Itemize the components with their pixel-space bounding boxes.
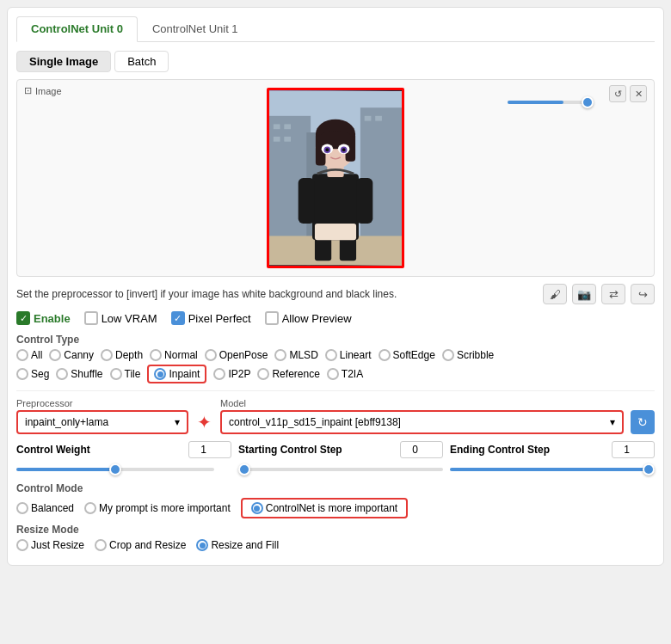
model-arrow-icon: ▾ [610,416,615,428]
pixel-perfect-checkbox[interactable]: ✓ Pixel Perfect [171,311,251,325]
checkbox-row: ✓ Enable Low VRAM ✓ Pixel Perfect Allow … [16,311,655,325]
radio-reference-label: Reference [272,368,319,380]
tab-unit-0[interactable]: ControlNet Unit 0 [16,16,138,42]
info-text-content: Set the preprocessor to [invert] if your… [16,288,397,300]
image-upload-area[interactable]: Image ↺ ✕ [16,79,655,277]
control-type-label: Control Type [16,334,655,346]
starting-step-input[interactable] [400,441,443,458]
svg-rect-7 [284,137,291,142]
low-vram-check-icon [84,311,98,325]
control-type-softedge[interactable]: SoftEdge [379,349,435,361]
swap-icon[interactable]: ⇄ [601,284,625,304]
control-weight-slider[interactable] [16,468,214,471]
control-type-reference[interactable]: Reference [257,368,319,380]
radio-depth-label: Depth [115,349,143,361]
preprocessor-label: Preprocessor [16,398,188,408]
resize-mode-options: Just ResizeCrop and ResizeResize and Fil… [16,539,655,551]
allow-preview-checkbox[interactable]: Allow Preview [265,311,352,325]
ending-step-slider[interactable] [450,468,655,471]
control-mode-balanced[interactable]: Balanced [16,502,74,514]
radio-icon [95,539,107,551]
tab-single-image[interactable]: Single Image [16,51,111,72]
info-row: Set the preprocessor to [invert] if your… [16,284,655,304]
brush-icon[interactable]: 🖌 [543,284,567,304]
control-type-depth[interactable]: Depth [101,349,143,361]
radio-inpaint-icon [154,368,166,380]
radio-icon [251,502,263,514]
control-type-tile[interactable]: Tile [110,368,141,380]
camera-icon[interactable]: 📷 [572,284,596,304]
radio-mlsd-label: MLSD [289,349,317,361]
control-type-canny[interactable]: Canny [49,349,94,361]
fire-icon[interactable]: ✦ [197,412,212,432]
svg-rect-4 [274,124,280,129]
enable-label: Enable [34,312,71,325]
radio-tile-label: Tile [125,368,141,380]
control-type-inpaint[interactable]: Inpaint [147,365,206,383]
model-value: control_v11p_sd15_inpaint [ebff9138] [229,416,401,428]
radio-seg-label: Seg [31,368,49,380]
radio-icon [16,539,28,551]
control-mode-controlnet-is-more-important[interactable]: ControlNet is more important [241,498,408,518]
control-weight-input[interactable] [188,441,231,458]
radio-ip2p-label: IP2P [228,368,250,380]
control-type-mlsd[interactable]: MLSD [274,349,317,361]
svg-point-28 [342,148,346,151]
radio-canny-icon [49,349,61,361]
model-select[interactable]: control_v11p_sd15_inpaint [ebff9138] ▾ [220,410,624,434]
control-type-openpose[interactable]: OpenPose [205,349,268,361]
tab-batch[interactable]: Batch [114,51,169,72]
mode-tabs: Single Image Batch [16,51,655,72]
starting-step-label: Starting Control Step [238,444,342,456]
radio-icon [84,502,96,514]
ending-step-input[interactable] [612,441,655,458]
preprocessor-value: inpaint_only+lama [25,416,108,428]
starting-step-slider[interactable] [238,468,443,471]
svg-rect-9 [375,116,382,121]
svg-rect-16 [356,178,372,224]
radio-label: Balanced [31,502,74,514]
resize-mode-just-resize[interactable]: Just Resize [16,539,84,551]
close-icon[interactable]: ✕ [630,85,647,102]
reset-icon[interactable]: ↺ [609,85,626,102]
svg-point-27 [325,148,329,151]
resize-mode-crop-and-resize[interactable]: Crop and Resize [95,539,186,551]
radio-normal-label: Normal [164,349,198,361]
svg-rect-6 [274,137,280,142]
low-vram-checkbox[interactable]: Low VRAM [84,311,157,325]
control-type-shuffle[interactable]: Shuffle [56,368,102,380]
control-weight-label: Control Weight [16,444,90,456]
resize-mode-resize-and-fill[interactable]: Resize and Fill [196,539,279,551]
svg-rect-5 [284,124,291,129]
preprocessor-select[interactable]: inpaint_only+lama ▾ [16,410,188,434]
radio-tile-icon [110,368,122,380]
control-type-normal[interactable]: Normal [150,349,198,361]
tab-unit-1[interactable]: ControlNet Unit 1 [138,16,253,41]
ending-step-label: Ending Control Step [450,444,550,456]
allow-preview-label: Allow Preview [282,312,352,325]
control-type-t2ia[interactable]: T2IA [327,368,363,380]
info-action-icons: 🖌 📷 ⇄ ↪ [543,284,655,304]
resize-mode-label: Resize Mode [16,524,655,536]
curve-icon[interactable]: ↪ [631,284,655,304]
radio-label: ControlNet is more important [266,502,397,514]
radio-all-label: All [31,349,42,361]
model-label: Model [220,398,624,408]
control-type-scribble[interactable]: Scribble [442,349,494,361]
enable-checkbox[interactable]: ✓ Enable [16,311,71,325]
svg-rect-14 [315,224,356,240]
control-type-lineart[interactable]: Lineart [325,349,372,361]
radio-label: Just Resize [31,539,84,551]
control-type-seg[interactable]: Seg [16,368,49,380]
control-type-all[interactable]: All [16,349,42,361]
radio-label: Crop and Resize [109,539,186,551]
radio-openpose-label: OpenPose [219,349,268,361]
radio-label: My prompt is more important [99,502,231,514]
image-label: Image [24,85,62,96]
refresh-icon[interactable]: ↻ [631,410,655,434]
control-mode-label: Control Mode [16,482,655,494]
uploaded-image [267,88,404,268]
control-mode-my-prompt-is-more-important[interactable]: My prompt is more important [84,502,231,514]
control-type-ip2p[interactable]: IP2P [213,368,250,380]
control-mode-options: BalancedMy prompt is more importantContr… [16,498,655,518]
